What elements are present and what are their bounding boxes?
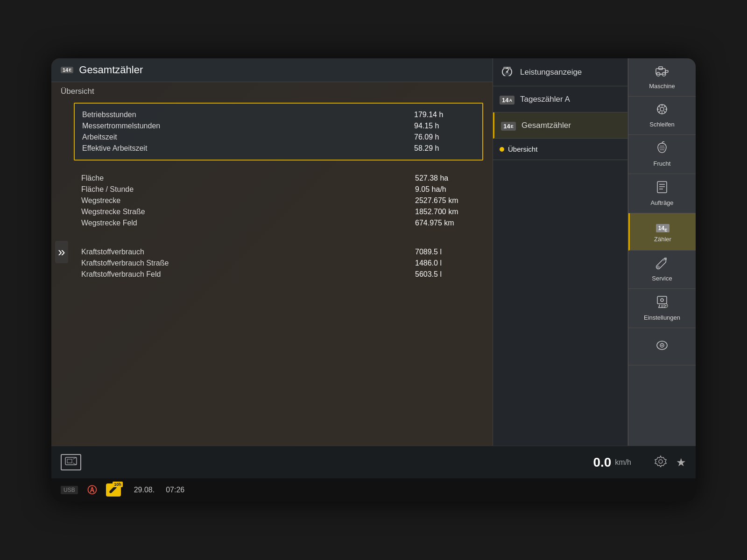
label-flache-stunde: Fläche / Stunde: [81, 185, 134, 194]
svg-rect-15: [657, 182, 667, 193]
sidebar-item-frucht[interactable]: Frucht: [628, 135, 696, 174]
sidebar-label-frucht: Frucht: [654, 160, 671, 167]
svg-point-2: [506, 71, 508, 73]
label-flache: Fläche: [81, 174, 104, 182]
svg-rect-8: [659, 67, 662, 70]
data-row: Arbeitszeit 76.09 h: [82, 132, 475, 143]
svg-point-33: [110, 491, 111, 493]
data-row: Wegstrecke Straße 1852.700 km: [81, 206, 476, 217]
sidebar-item-service[interactable]: Service: [628, 251, 696, 289]
status-icons-left: [61, 454, 81, 470]
frame-indicator: [61, 454, 81, 470]
value-kraftstoff: 7089.5 l: [415, 248, 476, 256]
sidebar-item-maschine[interactable]: Maschine: [628, 58, 696, 97]
sidebar-item-camera[interactable]: [628, 328, 696, 365]
sub-label-ubersicht: Übersicht: [508, 145, 537, 153]
fruit-icon: [656, 141, 668, 157]
settings-status-icon[interactable]: [655, 455, 667, 470]
data-content: Betriebsstunden 179.14 h Messertrommelst…: [51, 99, 493, 446]
data-row: Messertrommelstunden 94.15 h: [82, 120, 475, 132]
counter-a-icon: 14A: [500, 94, 514, 105]
data-row: Kraftstoffverbrauch 7089.5 l: [81, 246, 476, 258]
value-wegstrecke-feld: 674.975 km: [415, 219, 476, 227]
left-content: 14E Gesamtzähler Übersicht » Betriebsstu…: [51, 58, 493, 446]
speed-icon: 🏎: [500, 66, 514, 78]
wrench-icon: [656, 257, 668, 272]
svg-point-11: [660, 107, 664, 111]
nav-arrow-left[interactable]: »: [55, 241, 68, 263]
data-row: Kraftstoffverbrauch Straße 1486.0 l: [81, 258, 476, 269]
label-kraftstoff: Kraftstoffverbrauch: [81, 248, 144, 256]
sidebar-label-service: Service: [652, 275, 672, 282]
data-row: Wegstrecke 2527.675 km: [81, 195, 476, 206]
sidebar-item-zahler[interactable]: 14E Zähler: [628, 213, 696, 251]
data-row: Fläche 527.38 ha: [81, 173, 476, 184]
sub-item-ubersicht[interactable]: Übersicht: [500, 143, 621, 155]
value-flache-stunde: 9.05 ha/h: [415, 185, 476, 194]
data-row: Betriebsstunden 179.14 h: [82, 109, 475, 120]
middle-sub-section: Übersicht: [493, 139, 627, 160]
value-messertrommel: 94.15 h: [414, 122, 475, 130]
middle-item-gesamtzahler[interactable]: 14E Gesamtzähler: [493, 112, 627, 139]
value-betriebsstunden: 179.14 h: [414, 111, 475, 119]
sidebar-label-maschine: Maschine: [649, 83, 675, 90]
header: 14E Gesamtzähler: [51, 58, 493, 82]
svg-point-32: [659, 460, 662, 463]
sidebar-label-einstellungen: Einstellungen: [644, 314, 680, 321]
zahler-icon: 14E: [656, 221, 669, 233]
value-kraftstoff-feld: 5603.5 l: [415, 270, 476, 279]
data-row: Fläche / Stunde 9.05 ha/h: [81, 184, 476, 195]
orders-icon: [656, 181, 668, 196]
svg-rect-29: [67, 459, 72, 463]
sidebar-item-einstellungen[interactable]: Einstellungen: [628, 289, 696, 328]
screen-wrapper: 14E Gesamtzähler Übersicht » Betriebsstu…: [51, 58, 696, 502]
svg-point-27: [662, 344, 663, 346]
value-arbeitszeit: 76.09 h: [414, 133, 475, 141]
speed-unit: km/h: [615, 458, 631, 467]
subtitle: Übersicht: [51, 82, 493, 99]
sidebar-item-schleifen[interactable]: Schleifen: [628, 97, 696, 135]
middle-label-leistung: Leistungsanzeige: [520, 68, 582, 77]
status-bar: 0.0 km/h ★: [51, 446, 696, 478]
svg-rect-21: [657, 296, 667, 304]
date-display: 29.08.: [134, 486, 155, 494]
active-dot: [500, 147, 504, 152]
middle-label-gesamtzahler: Gesamtzähler: [521, 121, 571, 130]
data-row: Kraftstoffverbrauch Feld 5603.5 l: [81, 269, 476, 280]
sidebar-label-auftrage: Aufträge: [650, 199, 673, 206]
bottom-section: Kraftstoffverbrauch 7089.5 l Kraftstoffv…: [74, 241, 483, 286]
svg-point-19: [657, 266, 659, 268]
speed-display: 0.0 km/h: [593, 455, 631, 470]
star-icon[interactable]: ★: [676, 456, 686, 469]
sidebar-item-auftrage[interactable]: Aufträge: [628, 174, 696, 213]
info-bar: USB Ⓐ 10h 29.08. 07:26: [51, 478, 696, 502]
settings-icon: [656, 295, 668, 311]
header-title: Gesamtzähler: [79, 64, 143, 76]
camera-icon: [655, 340, 669, 353]
svg-rect-9: [665, 70, 668, 72]
grind-icon: [655, 103, 669, 118]
label-wegstrecke-feld: Wegstrecke Feld: [81, 219, 137, 227]
value-wegstrecke: 2527.675 km: [415, 196, 476, 205]
badge-sub: E: [69, 68, 71, 72]
main-area: 14E Gesamtzähler Übersicht » Betriebsstu…: [51, 58, 696, 446]
data-row: Effektive Arbeitszeit 58.29 h: [82, 143, 475, 154]
label-betriebsstunden: Betriebsstunden: [82, 111, 136, 119]
svg-point-22: [661, 299, 663, 301]
total-counter-icon: 14E: [501, 120, 516, 131]
label-messertrommel: Messertrommelstunden: [82, 122, 160, 130]
label-kraftstoff-feld: Kraftstoffverbrauch Feld: [81, 270, 161, 279]
value-kraftstoff-strasse: 1486.0 l: [415, 259, 476, 267]
right-sidebar: Maschine Schleifen: [628, 58, 696, 446]
sidebar-label-schleifen: Schleifen: [649, 121, 674, 128]
screen: 14E Gesamtzähler Übersicht » Betriebsstu…: [51, 58, 696, 502]
header-badge: 14E: [61, 67, 73, 73]
middle-item-leistung[interactable]: 🏎 Leistungsanzeige: [493, 58, 627, 86]
label-wegstrecke-strasse: Wegstrecke Straße: [81, 208, 145, 216]
machine-icon: [655, 65, 669, 80]
middle-item-tageszahler[interactable]: 14A Tageszähler A: [493, 86, 627, 112]
highlighted-section: Betriebsstunden 179.14 h Messertrommelst…: [74, 103, 483, 161]
usb-label: USB: [61, 486, 78, 494]
time-display: 07:26: [166, 486, 184, 494]
left-panel: 14E Gesamtzähler Übersicht » Betriebsstu…: [51, 58, 493, 446]
